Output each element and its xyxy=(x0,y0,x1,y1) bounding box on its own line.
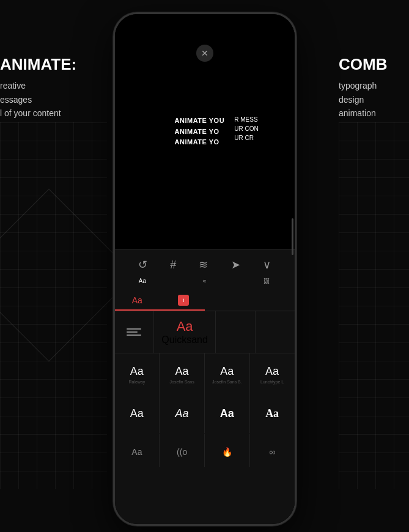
raleway-name: Raleway xyxy=(128,380,145,384)
extra-cell-1 xyxy=(215,311,255,353)
animate-description: reativeessagesl of your content xyxy=(0,79,107,120)
scatter-line-3: UR CR xyxy=(234,133,258,142)
bottom-cell-2[interactable]: ((o xyxy=(160,434,204,467)
bottom-cell-3[interactable]: 🔥 xyxy=(205,434,249,467)
bottom-fire-icon: 🔥 xyxy=(222,447,232,457)
animate-text-block: ANIMATE YOU ANIMATE YO ANIMATE YO xyxy=(175,116,225,148)
anim-line-3: ANIMATE YO xyxy=(175,137,225,148)
lines-label[interactable]: ≈ xyxy=(192,278,216,284)
font-cell-8[interactable]: Aa xyxy=(250,393,295,433)
animate-line-1: reativeessagesl of your content xyxy=(0,81,61,118)
scroll-indicator xyxy=(292,218,293,255)
toolbar-icons-row: ↺ # ≋ ➤ ∨ xyxy=(115,254,295,276)
font-tab-1[interactable]: Aa xyxy=(115,289,160,311)
font-cell-josefin[interactable]: Aa Josefin Sans xyxy=(160,353,204,393)
bottom-cell-4[interactable]: ∞ xyxy=(250,434,295,467)
close-button[interactable]: ✕ xyxy=(196,45,213,62)
scatter-line-1: R MESS xyxy=(234,115,258,124)
anim-line-1: ANIMATE YOU xyxy=(175,116,225,127)
josefin-name: Josefin Sans xyxy=(170,380,194,384)
josefin-b-preview: Aa xyxy=(220,365,234,378)
phone-mockup: ✕ ANIMATE YOU ANIMATE YO ANIMATE YO R ME… xyxy=(113,12,297,526)
scatter-line-2: UR CON xyxy=(234,124,258,133)
left-text-block: ANIMATE: reativeessagesl of your content xyxy=(0,55,107,120)
red-badge: i xyxy=(178,295,189,306)
tab-indicator xyxy=(115,309,205,311)
bottom-cell-1[interactable]: Aa xyxy=(115,434,160,467)
chevron-down-icon[interactable]: ∨ xyxy=(258,257,276,273)
featured-font-preview: Aa xyxy=(177,319,193,334)
animation-area: ✕ ANIMATE YOU ANIMATE YO ANIMATE YO R ME… xyxy=(115,14,295,249)
third-font-row: Aa Aa Aa Aa xyxy=(115,393,295,433)
list-icon xyxy=(127,328,141,336)
hashtag-icon[interactable]: # xyxy=(165,257,181,273)
layers-icon[interactable]: ≋ xyxy=(194,257,213,273)
phone-screen: ✕ ANIMATE YOU ANIMATE YO ANIMATE YO R ME… xyxy=(115,14,295,524)
font-8-preview: Aa xyxy=(265,407,279,420)
lunchtype-name: Lunchtype L xyxy=(260,380,284,384)
font-5-preview: Aa xyxy=(130,407,144,420)
scatter-text: R MESS UR CON UR CR xyxy=(234,115,258,142)
featured-font-name: Quicksand xyxy=(161,334,208,345)
font-tab-3[interactable] xyxy=(205,289,295,311)
font-featured-cell[interactable]: Aa Quicksand xyxy=(154,311,215,353)
toolbar-labels-row: Aa ≈ 🖼 xyxy=(115,276,295,287)
image-label[interactable]: 🖼 xyxy=(254,278,279,284)
phone-frame: ✕ ANIMATE YOU ANIMATE YO ANIMATE YO R ME… xyxy=(113,12,297,526)
font-cell-lunchtype[interactable]: Aa Lunchtype L xyxy=(250,353,295,393)
font-tab-2-container[interactable]: i xyxy=(160,289,205,311)
extra-cell-2 xyxy=(255,311,295,353)
font-7-preview: Aa xyxy=(220,407,234,420)
comb-title: COMB xyxy=(339,55,409,74)
lunchtype-preview: Aa xyxy=(265,365,279,378)
font-cell-5[interactable]: Aa xyxy=(115,393,160,433)
right-text-block: COMB typographdesignanimation xyxy=(339,55,409,120)
font-label[interactable]: Aa xyxy=(130,278,155,284)
font-cell-josefin-b[interactable]: Aa Josefin Sans B. xyxy=(205,353,249,393)
josefin-b-name: Josefin Sans B. xyxy=(212,380,242,384)
animate-title: ANIMATE: xyxy=(0,55,107,74)
bottom-quote-icon: ((o xyxy=(177,447,187,457)
font-first-row: Aa Quicksand xyxy=(115,311,295,353)
font-bottom-row: Aa ((o 🔥 ∞ xyxy=(115,434,295,467)
bottom-aa-label: Aa xyxy=(131,447,142,457)
raleway-preview: Aa xyxy=(130,365,144,378)
comb-description: typographdesignanimation xyxy=(339,79,409,120)
font-6-preview: Aa xyxy=(175,407,189,420)
share-icon[interactable]: ➤ xyxy=(226,257,245,273)
font-lines-cell[interactable] xyxy=(115,311,155,353)
toolbar: ↺ # ≋ ➤ ∨ Aa ≈ 🖼 xyxy=(115,249,295,289)
anim-line-2: ANIMATE YO xyxy=(175,126,225,137)
second-font-row: Aa Raleway Aa Josefin Sans Aa Josefin Sa… xyxy=(115,353,295,393)
bottom-infinity-icon: ∞ xyxy=(269,447,275,457)
font-cell-7[interactable]: Aa xyxy=(205,393,249,433)
bg-grid-right xyxy=(339,122,409,489)
font-panel-tabs: Aa i xyxy=(115,289,295,311)
undo-icon[interactable]: ↺ xyxy=(133,257,152,273)
font-tab-1-label: Aa xyxy=(132,295,142,305)
font-cell-6[interactable]: Aa xyxy=(160,393,204,433)
font-panel: Aa i xyxy=(115,289,295,524)
font-cell-raleway[interactable]: Aa Raleway xyxy=(115,353,160,393)
phone-top-bar: ✕ xyxy=(115,45,295,62)
josefin-preview: Aa xyxy=(175,365,189,378)
